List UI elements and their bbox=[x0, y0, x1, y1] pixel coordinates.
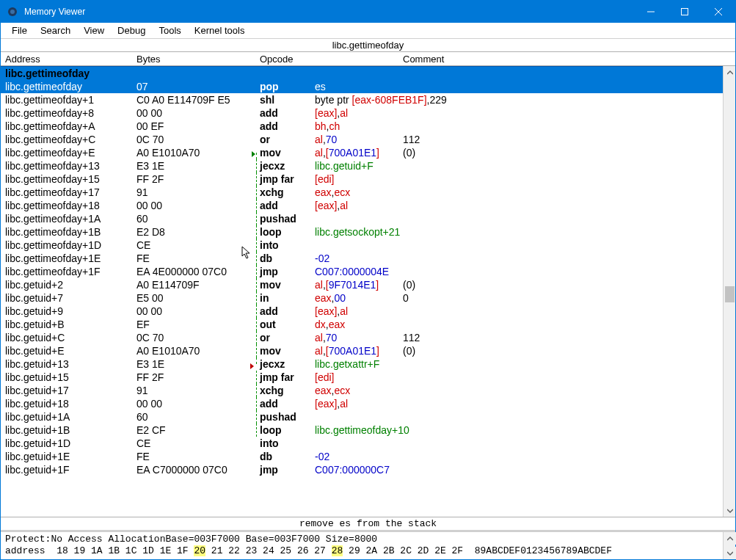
status-scrollbar[interactable] bbox=[723, 532, 735, 559]
vertical-scrollbar[interactable] bbox=[723, 66, 735, 517]
header-bytes[interactable]: Bytes bbox=[136, 54, 243, 65]
minimize-button[interactable] bbox=[634, 1, 668, 23]
app-window: Memory Viewer File Search View Debug Too… bbox=[0, 0, 736, 560]
disasm-row[interactable]: libc.getuid+1A60pushad bbox=[1, 410, 723, 423]
status-scroll-up[interactable] bbox=[724, 532, 736, 545]
disasm-row[interactable]: libc.getuid+13E3 1Ejecxzlibc.getxattr+F bbox=[1, 357, 723, 371]
current-symbol[interactable]: libc.gettimeofday bbox=[1, 39, 735, 52]
disasm-row[interactable]: libc.gettimeofday+1EFEdb-02 bbox=[1, 252, 723, 265]
disasm-row[interactable]: libc.gettimeofday+1DCEinto bbox=[1, 239, 723, 252]
menu-debug[interactable]: Debug bbox=[111, 23, 152, 37]
disasm-row[interactable]: libc.gettimeofday07popes bbox=[1, 80, 723, 93]
disasm-row[interactable]: libc.getuid+1FEA C7000000 07C0jmpC007:00… bbox=[1, 463, 723, 476]
disassembly-area[interactable]: libc.gettimeofdaylibc.gettimeofday07pope… bbox=[1, 66, 735, 517]
scroll-thumb[interactable] bbox=[725, 286, 735, 302]
disasm-row[interactable]: libc.getuid+7E5 00ineax,000 bbox=[1, 291, 723, 305]
status-panel[interactable]: Protect:No Access AllocationBase=003F700… bbox=[1, 530, 735, 559]
disasm-row[interactable]: libc.gettimeofday+13E3 1Ejecxzlibc.getui… bbox=[1, 159, 723, 172]
section-header[interactable]: libc.gettimeofday bbox=[1, 66, 723, 80]
status-scroll-down[interactable] bbox=[724, 547, 736, 559]
disasm-row[interactable]: libc.gettimeofday+1791xchgeax,ecx bbox=[1, 186, 723, 199]
disasm-row[interactable]: libc.getuid+1EFEdb-02 bbox=[1, 450, 723, 463]
disasm-row[interactable]: libc.getuid+EA0 E1010A70moval,[700A01E1]… bbox=[1, 344, 723, 357]
menu-file[interactable]: File bbox=[5, 23, 34, 37]
disasm-row[interactable]: libc.gettimeofday+1C0 A0 E114709F E5shlb… bbox=[1, 93, 723, 106]
titlebar[interactable]: Memory Viewer bbox=[1, 1, 735, 23]
disasm-row[interactable]: libc.getuid+1DCEinto bbox=[1, 437, 723, 450]
header-address[interactable]: Address bbox=[1, 54, 136, 65]
status-line-protect: Protect:No Access AllocationBase=003F700… bbox=[5, 534, 731, 545]
disasm-row[interactable]: libc.getuid+1BE2 CFlooplibc.gettimeofday… bbox=[1, 423, 723, 437]
disasm-row[interactable]: libc.getuid+900 00add[eax],al bbox=[1, 305, 723, 318]
disasm-row[interactable]: libc.gettimeofday+15FF 2Fjmp far[edi] bbox=[1, 172, 723, 186]
menu-tools[interactable]: Tools bbox=[152, 23, 187, 37]
disasm-row[interactable]: libc.gettimeofday+800 00add[eax],al bbox=[1, 106, 723, 120]
scroll-up-button[interactable] bbox=[724, 66, 735, 79]
disasm-row[interactable]: libc.gettimeofday+1FEA 4E000000 07C0jmpC… bbox=[1, 265, 723, 278]
header-opcode[interactable]: Opcode bbox=[260, 54, 315, 65]
disasm-row[interactable]: libc.getuid+BEFoutdx,eax bbox=[1, 318, 723, 331]
disasm-row[interactable]: libc.gettimeofday+A00 EFaddbh,ch bbox=[1, 120, 723, 133]
column-headers[interactable]: Address Bytes Opcode Comment bbox=[1, 52, 735, 66]
disasm-row[interactable]: libc.getuid+15FF 2Fjmp far[edi] bbox=[1, 371, 723, 384]
menu-kernel-tools[interactable]: Kernel tools bbox=[188, 23, 252, 37]
disasm-row[interactable]: libc.getuid+1800 00add[eax],al bbox=[1, 397, 723, 410]
disasm-row[interactable]: libc.getuid+C0C 70oral,70112 bbox=[1, 331, 723, 344]
menubar: File Search View Debug Tools Kernel tool… bbox=[1, 23, 735, 39]
menu-view[interactable]: View bbox=[77, 23, 111, 37]
menu-search[interactable]: Search bbox=[34, 23, 77, 37]
disasm-row[interactable]: libc.gettimeofday+EA0 E1010A70moval,[700… bbox=[1, 146, 723, 159]
disasm-row[interactable]: libc.gettimeofday+1A60pushad bbox=[1, 212, 723, 225]
header-comment[interactable]: Comment bbox=[403, 54, 723, 65]
maximize-button[interactable] bbox=[668, 1, 702, 23]
disasm-row[interactable]: libc.gettimeofday+1800 00add[eax],al bbox=[1, 199, 723, 212]
app-icon bbox=[7, 6, 18, 18]
window-title: Memory Viewer bbox=[24, 7, 85, 17]
close-button[interactable] bbox=[702, 1, 735, 23]
instruction-hint: remove es from the stack bbox=[1, 517, 735, 530]
disasm-row[interactable]: libc.getuid+1791xchgeax,ecx bbox=[1, 384, 723, 397]
disasm-row[interactable]: libc.getuid+2A0 E114709Fmoval,[9F7014E1]… bbox=[1, 278, 723, 291]
disasm-row[interactable]: libc.gettimeofday+1BE2 D8looplibc.getsoc… bbox=[1, 225, 723, 239]
scroll-down-button[interactable] bbox=[724, 504, 735, 517]
svg-point-1 bbox=[10, 10, 15, 14]
status-line-hexdump: address 18 19 1A 1B 1C 1D 1E 1F 20 21 22… bbox=[5, 545, 731, 557]
disasm-row[interactable]: libc.gettimeofday+C0C 70oral,70112 bbox=[1, 133, 723, 146]
svg-rect-3 bbox=[682, 9, 688, 15]
